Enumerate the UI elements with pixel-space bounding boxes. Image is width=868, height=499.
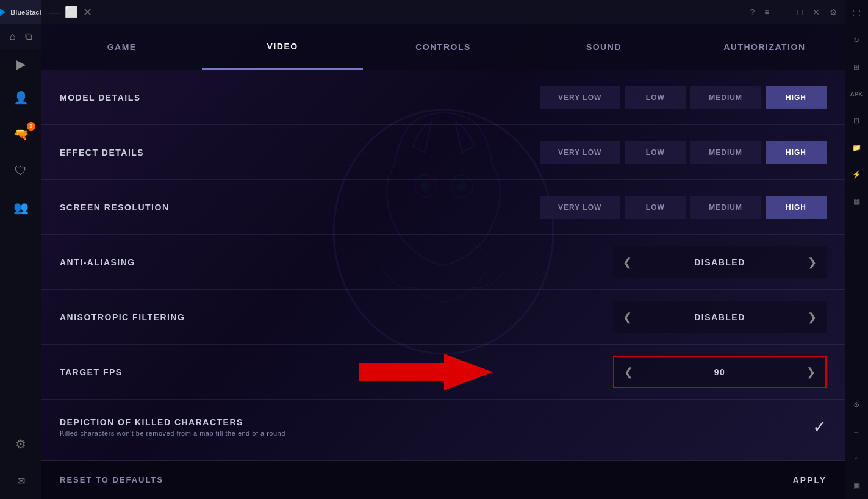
- titlebar-menu-icon[interactable]: ≡: [764, 7, 769, 17]
- titlebar-help-icon[interactable]: ?: [750, 7, 755, 17]
- right-sidebar-capture[interactable]: ⊡: [845, 107, 868, 134]
- apk-icon: APK: [850, 91, 863, 98]
- model-details-high[interactable]: HIGH: [766, 86, 827, 109]
- capture-icon: ⊡: [853, 117, 859, 125]
- model-details-low[interactable]: LOW: [625, 86, 686, 109]
- apply-button[interactable]: APPLY: [793, 475, 827, 485]
- settings-tabs: GAME VIDEO CONTROLS SOUND AUTHORIZATION: [41, 24, 845, 70]
- svg-marker-10: [359, 354, 493, 390]
- main-content: GAME VIDEO CONTROLS SOUND AUTHORIZATION …: [41, 24, 845, 499]
- tab-video[interactable]: VIDEO: [202, 24, 362, 70]
- titlebar-maximize-icon[interactable]: ⬜: [65, 5, 78, 19]
- titlebar-max-btn[interactable]: □: [798, 7, 803, 17]
- sidebar-item-friends[interactable]: 👥: [0, 189, 41, 226]
- right-sidebar-zap[interactable]: ⚡: [845, 161, 868, 188]
- right-sidebar-layers[interactable]: ▦: [845, 188, 868, 215]
- right-sidebar-recent[interactable]: ▣: [853, 472, 860, 499]
- zap-icon: ⚡: [852, 170, 861, 179]
- back-icon: ←: [853, 428, 860, 436]
- screen-resolution-medium[interactable]: MEDIUM: [690, 196, 761, 219]
- setting-row-anisotropic: ANISOTROPIC FILTERING ❮ DISABLED ❯: [41, 290, 845, 345]
- recent-icon: ▣: [853, 481, 860, 490]
- sidebar-item-gun[interactable]: 🔫 1: [0, 116, 41, 153]
- target-fps-selector: ❮ 90 ❯: [613, 356, 827, 388]
- effect-details-verylow[interactable]: VERY LOW: [540, 141, 620, 164]
- effect-details-medium[interactable]: MEDIUM: [690, 141, 761, 164]
- setting-row-anti-aliasing: ANTI-ALIASING ❮ DISABLED ❯: [41, 235, 845, 290]
- tab-controls[interactable]: CONTROLS: [363, 24, 523, 70]
- left-sidebar: BlueStacks ⌂ ⧉ ▶ 👤 🔫 1 🛡 👥 ⚙ ✉: [0, 0, 41, 499]
- home-icon: ⌂: [854, 454, 858, 463]
- tab-game[interactable]: GAME: [41, 24, 202, 70]
- right-sidebar-gear[interactable]: ⚙: [853, 392, 860, 418]
- sidebar-item-settings[interactable]: ⚙: [0, 426, 41, 462]
- layers-icon: ▦: [853, 197, 860, 206]
- rotate-icon: ↻: [853, 36, 859, 45]
- titlebar-close-btn[interactable]: ✕: [812, 7, 820, 17]
- model-details-options: VERY LOW LOW MEDIUM HIGH: [540, 86, 827, 109]
- sidebar-play-button[interactable]: ▶: [0, 49, 41, 79]
- gun-badge: 1: [27, 122, 35, 131]
- target-fps-next[interactable]: ❯: [797, 367, 825, 378]
- screen-resolution-low[interactable]: LOW: [625, 196, 686, 219]
- right-sidebar-layout[interactable]: ⊞: [845, 54, 868, 81]
- titlebar-nav-row: ⌂ ⧉: [0, 24, 41, 49]
- setting-row-target-fps: TARGET FPS ❮ 90 ❯: [41, 345, 845, 400]
- app-logo: BlueStacks: [0, 6, 47, 18]
- sidebar-item-profile[interactable]: 👤: [0, 79, 41, 116]
- titlebar-close-icon[interactable]: ✕: [83, 5, 92, 19]
- resize-icon: ⛶: [853, 9, 860, 18]
- right-sidebar-folder[interactable]: 📁: [845, 134, 868, 161]
- titlebar-bluestacks: BlueStacks: [0, 0, 41, 24]
- layout-icon: ⊞: [853, 63, 859, 71]
- sidebar-item-mail[interactable]: ✉: [0, 462, 41, 499]
- titlebar-min-btn[interactable]: —: [780, 7, 788, 17]
- anti-aliasing-value: DISABLED: [642, 257, 798, 267]
- windows-nav-icon[interactable]: ⧉: [25, 31, 32, 42]
- setting-row-model-details: MODEL DETAILS VERY LOW LOW MEDIUM HIGH: [41, 70, 845, 125]
- screen-resolution-verylow[interactable]: VERY LOW: [540, 196, 620, 219]
- titlebar-minimize-icon[interactable]: —: [49, 6, 60, 19]
- model-details-medium[interactable]: MEDIUM: [690, 86, 761, 109]
- anti-aliasing-next[interactable]: ❯: [798, 257, 827, 268]
- anisotropic-selector: ❮ DISABLED ❯: [613, 301, 827, 333]
- anisotropic-value: DISABLED: [642, 312, 798, 322]
- setting-row-effect-details: EFFECT DETAILS VERY LOW LOW MEDIUM HIGH: [41, 125, 845, 180]
- anisotropic-label: ANISOTROPIC FILTERING: [60, 312, 334, 322]
- setting-row-screen-resolution: SCREEN RESOLUTION VERY LOW LOW MEDIUM HI…: [41, 180, 845, 235]
- right-sidebar-home[interactable]: ⌂: [853, 445, 860, 472]
- screen-resolution-high[interactable]: HIGH: [766, 196, 827, 219]
- effect-details-low[interactable]: LOW: [625, 141, 686, 164]
- setting-row-depiction-killed: DEPICTION OF KILLED CHARACTERS Killed ch…: [41, 400, 845, 454]
- tab-sound[interactable]: SOUND: [523, 24, 684, 70]
- home-nav-icon[interactable]: ⌂: [10, 31, 16, 42]
- folder-icon: 📁: [852, 143, 861, 152]
- sidebar-item-shield[interactable]: 🛡: [0, 153, 41, 189]
- anti-aliasing-prev[interactable]: ❮: [613, 257, 642, 268]
- right-sidebar-apk[interactable]: APK: [845, 81, 868, 107]
- reset-defaults-button[interactable]: RESET TO DEFAULTS: [60, 475, 163, 484]
- model-details-verylow[interactable]: VERY LOW: [540, 86, 620, 109]
- right-sidebar-back[interactable]: ←: [853, 418, 860, 445]
- window-titlebar: — ⬜ ✕ ? ≡ — □ ✕ ⚙: [41, 0, 845, 24]
- right-sidebar-resize[interactable]: ⛶: [845, 0, 868, 27]
- tab-authorization[interactable]: AUTHORIZATION: [684, 24, 845, 70]
- anisotropic-prev[interactable]: ❮: [613, 312, 642, 323]
- screen-resolution-label: SCREEN RESOLUTION: [60, 203, 334, 212]
- red-arrow-annotation: [359, 351, 493, 393]
- titlebar-extra-btn[interactable]: ⚙: [830, 7, 838, 17]
- gear-icon: ⚙: [853, 401, 860, 409]
- anisotropic-next[interactable]: ❯: [798, 312, 827, 323]
- right-sidebar-rotate[interactable]: ↻: [845, 27, 868, 54]
- bottom-bar: RESET TO DEFAULTS APPLY: [41, 460, 845, 499]
- target-fps-prev[interactable]: ❮: [614, 367, 643, 378]
- effect-details-label: EFFECT DETAILS: [60, 148, 334, 157]
- depiction-killed-checkmark[interactable]: ✓: [812, 417, 827, 437]
- depiction-killed-sublabel: Killed characters won't be removed from …: [60, 429, 334, 437]
- effect-details-high[interactable]: HIGH: [766, 141, 827, 164]
- screen-resolution-options: VERY LOW LOW MEDIUM HIGH: [540, 196, 827, 219]
- depiction-killed-label: DEPICTION OF KILLED CHARACTERS Killed ch…: [60, 417, 334, 437]
- settings-content: MODEL DETAILS VERY LOW LOW MEDIUM HIGH E…: [41, 70, 845, 460]
- target-fps-label: TARGET FPS: [60, 367, 334, 377]
- anti-aliasing-label: ANTI-ALIASING: [60, 257, 334, 267]
